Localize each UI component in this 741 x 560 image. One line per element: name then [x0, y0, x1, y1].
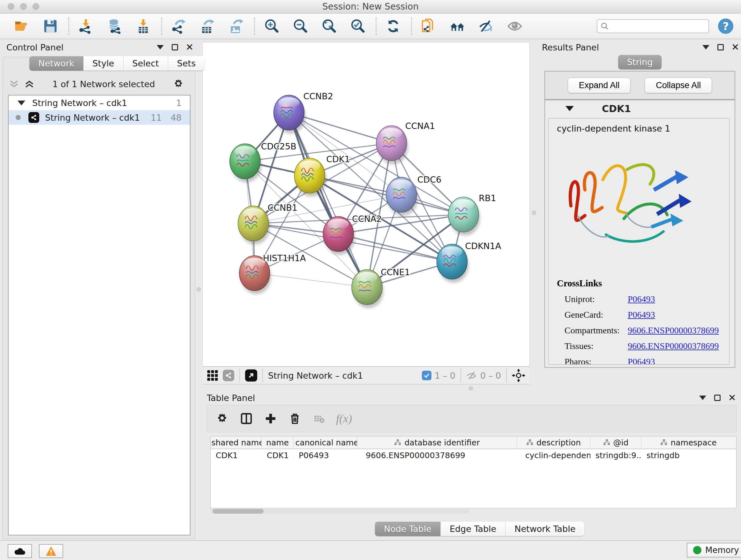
tab-sets[interactable]: Sets: [168, 56, 205, 71]
column-header-database-identifier[interactable]: database identifier: [357, 436, 517, 449]
export-network-button[interactable]: [171, 18, 187, 35]
import-network-database-button[interactable]: [106, 18, 123, 35]
cloud-icon: [13, 546, 26, 556]
node-label-CCNE1: CCNE1: [381, 267, 410, 277]
column-header-shared-name[interactable]: shared name: [211, 436, 262, 449]
horizontal-scrollbar[interactable]: [210, 509, 469, 514]
panel-menu-button[interactable]: [154, 43, 166, 52]
panel-menu-button[interactable]: [697, 393, 709, 402]
network-collection-row[interactable]: String Network – cdk1 1: [9, 96, 190, 110]
export-image-button[interactable]: [228, 18, 245, 35]
tab-style[interactable]: Style: [84, 56, 124, 71]
node-label-CCNB1: CCNB1: [268, 203, 297, 212]
export-network-icon: [171, 18, 186, 34]
panel-float-button[interactable]: [715, 43, 726, 52]
show-columns-button[interactable]: [239, 411, 254, 426]
close-icon: ✕: [185, 43, 193, 52]
table-options-gear-button[interactable]: [215, 411, 229, 426]
panel-menu-button[interactable]: [700, 43, 712, 52]
network-edge-count: 48: [171, 113, 182, 123]
tab-node-table[interactable]: Node Table: [375, 522, 441, 536]
expand-all-button[interactable]: Expand All: [568, 78, 631, 93]
toolbar-divider: [411, 17, 412, 35]
protein-structure-image: [558, 139, 698, 266]
crosslink-uniprot-link[interactable]: P06493: [628, 294, 655, 304]
zoom-fit-button[interactable]: [321, 18, 337, 35]
import-network-button[interactable]: [77, 18, 94, 35]
table-row[interactable]: CDK1 CDK1 P06493 9606.ENSP00000378699 cy…: [211, 449, 736, 461]
fit-content-crosshair-button[interactable]: [512, 369, 525, 382]
crosslink-pharos-link[interactable]: P06493: [628, 357, 655, 365]
tab-edge-table[interactable]: Edge Table: [441, 522, 506, 536]
import-network-icon: [78, 18, 93, 34]
network-options-gear-button[interactable]: [173, 78, 184, 90]
expand-all-button[interactable]: [24, 79, 35, 89]
import-table-button[interactable]: [135, 18, 151, 35]
tab-network-table[interactable]: Network Table: [506, 522, 584, 536]
panel-close-button[interactable]: ✕: [726, 393, 738, 402]
crosslink-label: Compartments:: [557, 325, 628, 335]
string-home-button[interactable]: [449, 18, 466, 35]
cloud-status-button[interactable]: [8, 544, 32, 558]
open-session-button[interactable]: [13, 18, 30, 35]
zoom-out-button[interactable]: [292, 18, 309, 35]
entry-collapse-icon[interactable]: [565, 106, 574, 111]
column-header-namespace[interactable]: namespace: [642, 436, 736, 449]
detach-view-button[interactable]: [245, 369, 257, 381]
grid-view-button[interactable]: [207, 370, 218, 381]
delete-column-button[interactable]: [287, 411, 302, 426]
search-input[interactable]: [609, 21, 701, 31]
tab-string[interactable]: String: [618, 55, 662, 69]
column-header-name[interactable]: name: [262, 436, 293, 449]
vertical-splitter-handle[interactable]: [197, 287, 201, 292]
search-field[interactable]: [597, 19, 709, 33]
zoom-selected-button[interactable]: [349, 18, 366, 35]
add-column-button[interactable]: [263, 411, 278, 426]
vertical-splitter-handle[interactable]: [532, 211, 536, 215]
network-edge[interactable]: [255, 273, 367, 287]
plus-icon: [264, 412, 277, 425]
panel-close-button[interactable]: ✕: [730, 43, 741, 52]
panel-float-button[interactable]: [712, 393, 723, 402]
chevron-down-icon: [699, 395, 706, 400]
horizontal-splitter-handle[interactable]: [469, 386, 473, 390]
tree-expander-icon[interactable]: [17, 101, 25, 105]
scrollbar-thumb[interactable]: [212, 509, 264, 514]
warnings-button[interactable]: [39, 544, 63, 558]
crosslink-compartments-link[interactable]: 9606.ENSP00000378699: [628, 325, 719, 335]
network-edge[interactable]: [338, 234, 452, 262]
tab-network[interactable]: Network: [29, 56, 84, 71]
string-results-header: Expand All Collapse All: [544, 71, 735, 100]
show-eye-button[interactable]: [507, 18, 523, 35]
cell-shared-name: CDK1: [211, 451, 262, 460]
network-row-selected[interactable]: String Network – cdk1 11 48: [9, 110, 190, 125]
collapse-all-button[interactable]: [9, 79, 19, 89]
open-in-browser-button[interactable]: [420, 18, 437, 35]
column-header-canonical-name[interactable]: canonical name: [293, 436, 357, 449]
memory-button[interactable]: Memory: [687, 543, 741, 557]
crosslink-genecard-link[interactable]: P06493: [628, 310, 655, 320]
save-session-button[interactable]: [42, 18, 59, 35]
collapse-all-button[interactable]: Collapse All: [645, 78, 712, 93]
zoom-in-button[interactable]: [263, 18, 280, 35]
string-network-icon: [28, 112, 39, 123]
export-table-button[interactable]: [199, 18, 216, 35]
column-header-id[interactable]: @id: [590, 436, 642, 449]
panel-float-button[interactable]: [169, 43, 181, 52]
column-header-description[interactable]: description: [517, 436, 590, 449]
crosslink-tissues-link[interactable]: 9606.ENSP00000378699: [628, 341, 719, 351]
zoom-selected-icon: [350, 18, 365, 34]
string-view-button[interactable]: [223, 370, 234, 381]
table-panel-title: Table Panel: [207, 393, 255, 403]
delete-table-icon: [313, 413, 325, 424]
hidden-count: 0 – 0: [480, 371, 501, 381]
refresh-icon: [386, 18, 401, 34]
toolbar-divider: [161, 17, 162, 35]
refresh-button[interactable]: [385, 18, 401, 35]
panel-close-button[interactable]: ✕: [184, 43, 195, 52]
network-canvas[interactable]: CCNB2CCNA1CDC25BCDK1CDC6RB1CCNB1CCNA2CDK…: [202, 42, 530, 367]
help-button[interactable]: ?: [718, 18, 733, 34]
hide-glasses-button[interactable]: [478, 18, 494, 35]
tab-select[interactable]: Select: [124, 56, 168, 71]
selected-checkbox[interactable]: [422, 371, 431, 380]
